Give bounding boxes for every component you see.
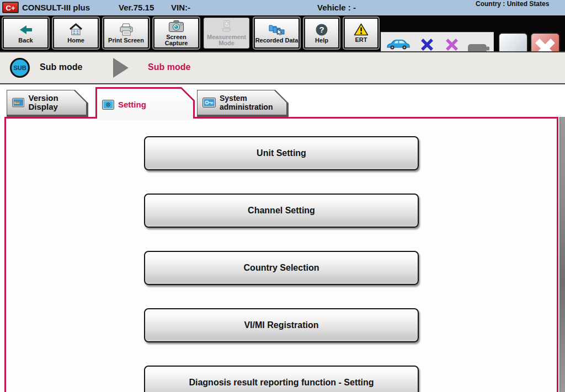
mi-disconnected-x-icon: [445, 38, 459, 51]
measurement-mode-icon: [220, 20, 233, 33]
title-bar: C+ CONSULT-III plus Ver.75.15 VIN:- Vehi…: [0, 0, 565, 16]
breadcrumb-bar: SUB Sub mode Sub mode: [0, 51, 565, 84]
app-version: Ver.75.15: [119, 3, 154, 12]
country-selection-button[interactable]: Country Selection: [144, 251, 419, 285]
svg-text:VER: VER: [14, 101, 19, 104]
measurement-mode-button: Measurement Mode: [204, 18, 249, 49]
vehicle-value: Vehicle : -: [317, 3, 356, 12]
screen-capture-label: Screen Capture: [155, 34, 198, 46]
home-button[interactable]: Home: [53, 18, 99, 49]
tab-version-display[interactable]: VER Version Display: [7, 90, 86, 115]
recorded-data-icon: [268, 23, 285, 36]
back-arrow-icon: [18, 23, 33, 36]
recorded-data-label: Recorded Data: [255, 37, 299, 44]
ert-label: ERT: [355, 37, 367, 43]
home-icon: [68, 23, 83, 36]
back-label: Back: [18, 37, 33, 44]
consult-app-window: C+ CONSULT-III plus Ver.75.15 VIN:- Vehi…: [0, 0, 565, 392]
printer-icon: [119, 23, 134, 36]
sub-mode-badge: SUB: [10, 58, 30, 78]
version-display-icon: VER: [12, 98, 24, 108]
system-administration-icon: [202, 98, 216, 108]
vin-value: VIN:-: [171, 3, 190, 12]
print-screen-label: Print Screen: [108, 37, 144, 44]
help-icon: ?: [315, 23, 328, 36]
channel-setting-button[interactable]: Channel Setting: [144, 194, 419, 228]
app-title: CONSULT-III plus: [22, 3, 90, 12]
tab-version-display-label: Version Display: [28, 94, 86, 111]
vertical-scrollbar[interactable]: [559, 117, 565, 392]
country-value: Country : United States: [476, 1, 561, 8]
car-icon: [386, 39, 411, 51]
vi-disconnected-x-icon: [420, 38, 434, 51]
tab-setting[interactable]: Setting: [97, 89, 193, 120]
screen-capture-button[interactable]: Screen Capture: [153, 18, 199, 49]
svg-text:?: ?: [319, 25, 324, 34]
unit-setting-button[interactable]: Unit Setting: [144, 136, 419, 170]
ert-warning-icon: [354, 23, 369, 36]
app-logo-icon: C+: [2, 2, 19, 13]
tab-system-administration[interactable]: System administration: [198, 90, 286, 115]
recorded-data-button[interactable]: Recorded Data: [254, 18, 300, 49]
diagnosis-result-reporting-setting-button[interactable]: Diagnosis result reporting function - Se…: [144, 366, 419, 392]
help-label: Help: [315, 37, 328, 44]
breadcrumb-arrow-icon: [113, 58, 129, 78]
print-screen-button[interactable]: Print Screen: [103, 18, 149, 49]
setting-icon: [102, 100, 114, 110]
vi-mi-registration-button[interactable]: VI/MI Registration: [144, 308, 419, 342]
measurement-mode-label: Measurement Mode: [205, 34, 248, 46]
back-button[interactable]: Back: [3, 18, 49, 49]
breadcrumb-current-page: Sub mode: [148, 62, 190, 72]
tab-setting-label: Setting: [118, 100, 146, 109]
home-label: Home: [67, 37, 84, 44]
main-toolbar: Back Home Print Screen: [0, 15, 565, 51]
ert-button[interactable]: ERT: [344, 18, 379, 49]
camera-icon: [168, 20, 184, 33]
tab-system-administration-label: System administration: [220, 94, 280, 111]
help-button[interactable]: ? Help: [304, 18, 339, 49]
breadcrumb-mode-label: Sub mode: [40, 62, 82, 72]
